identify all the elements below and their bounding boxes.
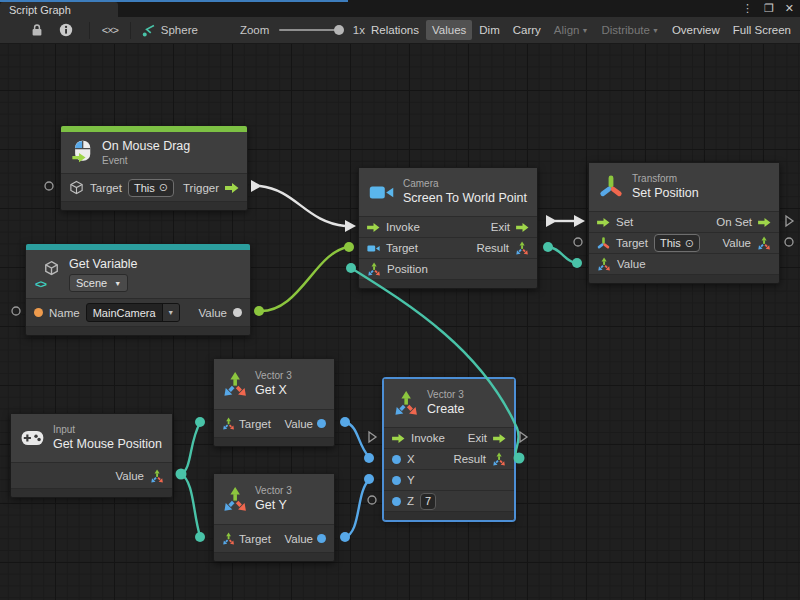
- z-port-label: Z: [407, 495, 414, 507]
- node-get-variable[interactable]: <> Get Variable Scene▼ Name MainCamera ▼…: [25, 243, 251, 336]
- node-footer: [589, 274, 779, 283]
- flow-arrow-icon[interactable]: [516, 222, 529, 233]
- float-input-port[interactable]: [392, 497, 401, 506]
- node-category: Vector 3: [255, 369, 292, 382]
- tab-bar: Script Graph ⋮ ❐ ✕: [0, 0, 800, 17]
- string-input-port[interactable]: [34, 308, 43, 317]
- flow-arrow-icon[interactable]: [597, 217, 610, 228]
- float-output-port[interactable]: [317, 534, 326, 543]
- carry-button[interactable]: Carry: [507, 20, 547, 40]
- distribute-dropdown[interactable]: Distribute▼: [595, 20, 665, 40]
- gamepad-icon: [21, 429, 44, 447]
- port-row: Target Value: [214, 524, 334, 552]
- target-picker-icon[interactable]: ⊙: [159, 181, 168, 194]
- overview-button[interactable]: Overview: [666, 20, 726, 40]
- value-port-label: Value: [284, 533, 313, 545]
- node-category: Input: [53, 423, 162, 436]
- values-button[interactable]: Values: [426, 20, 472, 40]
- result-port-label: Result: [476, 242, 509, 254]
- flow-arrow-icon[interactable]: [367, 222, 380, 233]
- node-get-x[interactable]: Vector 3 Get X Target Value: [213, 358, 335, 447]
- vector3-icon: [222, 486, 248, 512]
- node-on-mouse-drag[interactable]: On Mouse Drag Event Target This⊙ Trigger: [60, 125, 248, 211]
- camera-icon[interactable]: [367, 242, 380, 255]
- code-view-icon[interactable]: <×>: [102, 24, 118, 36]
- invoke-port-label: Invoke: [411, 432, 445, 444]
- node-header: Vector 3 Get Y: [214, 474, 334, 524]
- vector3-icon[interactable]: [492, 452, 506, 466]
- float-input-port[interactable]: [392, 476, 401, 485]
- toolbar-divider: [130, 22, 131, 39]
- node-subtitle: Event: [102, 154, 190, 167]
- graph-toolbar: <×> Sphere Zoom 1x Relations Values Dim …: [0, 17, 800, 44]
- vector3-icon[interactable]: [597, 257, 611, 271]
- port-row: Target Result: [359, 237, 537, 258]
- node-footer: [359, 279, 537, 288]
- full-screen-button[interactable]: Full Screen: [727, 20, 797, 40]
- vector3-icon[interactable]: [515, 241, 529, 255]
- vector3-icon[interactable]: [757, 236, 771, 250]
- camera-icon: [369, 180, 394, 205]
- node-header: Transform Set Position: [589, 163, 779, 211]
- port-row: Value: [589, 253, 779, 274]
- chevron-down-icon: ▼: [652, 27, 659, 34]
- node-title: Get Y: [255, 497, 292, 513]
- dim-button[interactable]: Dim: [473, 20, 505, 40]
- chevron-down-icon: ▼: [114, 280, 121, 287]
- invoke-port-label: Invoke: [386, 221, 420, 233]
- graph-icon: [141, 23, 156, 38]
- node-header: Vector 3 Create: [384, 379, 514, 427]
- flow-arrow-icon[interactable]: [758, 217, 771, 228]
- on-set-port-label: On Set: [716, 216, 752, 228]
- vector3-icon[interactable]: [222, 417, 235, 430]
- node-set-position[interactable]: Transform Set Position Set On Set Target…: [588, 162, 780, 284]
- node-create-vector3[interactable]: Vector 3 Create Invoke Exit X Result Y Z…: [383, 378, 515, 521]
- node-footer: [384, 511, 514, 520]
- float-output-port[interactable]: [317, 419, 326, 428]
- vector3-icon[interactable]: [367, 262, 381, 276]
- variable-scope-dropdown[interactable]: Scene▼: [69, 274, 128, 292]
- value-output-port[interactable]: [233, 308, 242, 317]
- node-header: Input Get Mouse Position: [11, 414, 172, 462]
- value-out-port-label: Value: [722, 237, 751, 249]
- target-this-chip[interactable]: This⊙: [128, 179, 174, 197]
- node-header: Vector 3 Get X: [214, 359, 334, 409]
- result-port-label: Result: [453, 453, 486, 465]
- zoom-slider-knob[interactable]: [334, 25, 344, 35]
- zoom-label: Zoom: [240, 24, 269, 36]
- lock-icon[interactable]: [30, 23, 44, 37]
- float-input-port[interactable]: [392, 455, 401, 464]
- target-port-label: Target: [386, 242, 418, 254]
- flow-arrow-icon[interactable]: [392, 433, 405, 444]
- vector3-icon[interactable]: [150, 469, 164, 483]
- z-value-field[interactable]: 7: [420, 493, 436, 510]
- port-row: Position: [359, 258, 537, 279]
- tab-script-graph[interactable]: Script Graph: [0, 2, 118, 17]
- node-get-mouse-position[interactable]: Input Get Mouse Position Value: [10, 413, 173, 498]
- variable-name-field[interactable]: MainCamera ▼: [86, 303, 180, 322]
- port-row: Z 7: [384, 490, 514, 511]
- align-dropdown[interactable]: Align▼: [548, 20, 595, 40]
- info-icon[interactable]: [59, 23, 73, 37]
- set-port-label: Set: [616, 216, 633, 228]
- vector3-icon[interactable]: [222, 532, 235, 545]
- port-row: Invoke Exit: [359, 216, 537, 237]
- value-port-label: Value: [115, 470, 144, 482]
- maximize-icon[interactable]: ❐: [764, 3, 774, 14]
- close-icon[interactable]: ✕: [785, 3, 794, 14]
- position-port-label: Position: [387, 263, 428, 275]
- zoom-slider[interactable]: [279, 29, 341, 31]
- target-this-chip[interactable]: This⊙: [654, 234, 700, 252]
- chevron-down-icon[interactable]: ▼: [162, 304, 179, 321]
- node-screen-to-world-point[interactable]: Camera Screen To World Point Invoke Exit…: [358, 167, 538, 289]
- port-row: Target This⊙ Value: [589, 232, 779, 253]
- flow-arrow-icon[interactable]: [493, 433, 506, 444]
- chevron-down-icon: ▼: [581, 27, 588, 34]
- exit-port-label: Exit: [491, 221, 510, 233]
- node-get-y[interactable]: Vector 3 Get Y Target Value: [213, 473, 335, 562]
- transform-icon[interactable]: [597, 237, 610, 250]
- flow-arrow-icon[interactable]: [225, 182, 239, 194]
- target-picker-icon[interactable]: ⊙: [685, 237, 694, 250]
- menu-icon[interactable]: ⋮: [742, 3, 753, 14]
- relations-button[interactable]: Relations: [365, 20, 425, 40]
